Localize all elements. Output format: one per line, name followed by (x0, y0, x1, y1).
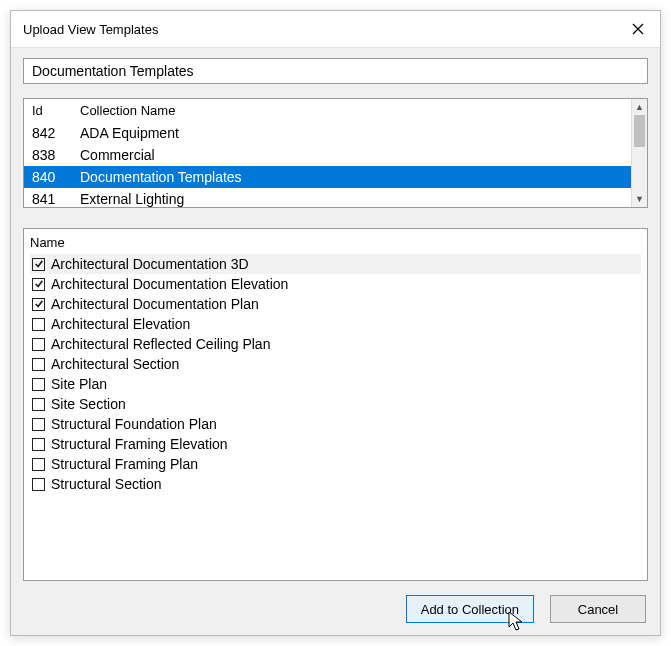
list-item-label: Site Section (51, 394, 126, 414)
table-row[interactable]: 838Commercial (24, 144, 631, 166)
list-item-label: Architectural Reflected Ceiling Plan (51, 334, 270, 354)
cell-id: 838 (24, 145, 80, 165)
checkbox[interactable] (32, 478, 45, 491)
list-item-label: Site Plan (51, 374, 107, 394)
checkbox[interactable] (32, 258, 45, 271)
list-item[interactable]: Structural Section (30, 474, 641, 494)
list-item-label: Architectural Section (51, 354, 179, 374)
checkbox[interactable] (32, 278, 45, 291)
dialog-content: Id Collection Name 842ADA Equipment838Co… (11, 48, 660, 635)
list-item-label: Structural Section (51, 474, 162, 494)
close-button[interactable] (628, 19, 648, 39)
table-row[interactable]: 841External Lighting (24, 188, 631, 207)
dialog-window: Upload View Templates Id Collection Name… (10, 10, 661, 636)
list-item[interactable]: Structural Framing Elevation (30, 434, 641, 454)
checkbox[interactable] (32, 458, 45, 471)
dialog-title: Upload View Templates (23, 22, 158, 37)
collection-scrollbar[interactable]: ▲ ▼ (631, 99, 647, 207)
checkbox[interactable] (32, 318, 45, 331)
add-to-collection-button[interactable]: Add to Collection (406, 595, 534, 623)
checkbox[interactable] (32, 338, 45, 351)
list-item[interactable]: Architectural Section (30, 354, 641, 374)
list-item-label: Structural Framing Elevation (51, 434, 228, 454)
titlebar: Upload View Templates (11, 11, 660, 48)
list-item[interactable]: Architectural Elevation (30, 314, 641, 334)
table-row[interactable]: 840Documentation Templates (24, 166, 631, 188)
cell-collection-name: Commercial (80, 145, 631, 165)
list-item-label: Architectural Documentation Elevation (51, 274, 288, 294)
checkbox[interactable] (32, 418, 45, 431)
cell-id: 842 (24, 123, 80, 143)
list-item[interactable]: Architectural Documentation 3D (30, 254, 641, 274)
list-item[interactable]: Site Section (30, 394, 641, 414)
cancel-button[interactable]: Cancel (550, 595, 646, 623)
checkbox[interactable] (32, 358, 45, 371)
collection-table-header: Id Collection Name (24, 99, 631, 122)
scroll-down-icon[interactable]: ▼ (632, 191, 647, 207)
list-item[interactable]: Architectural Documentation Plan (30, 294, 641, 314)
checkbox[interactable] (32, 438, 45, 451)
checkbox[interactable] (32, 398, 45, 411)
list-item[interactable]: Architectural Reflected Ceiling Plan (30, 334, 641, 354)
list-item[interactable]: Architectural Documentation Elevation (30, 274, 641, 294)
collection-table-body: Id Collection Name 842ADA Equipment838Co… (24, 99, 631, 207)
list-item[interactable]: Structural Foundation Plan (30, 414, 641, 434)
list-item[interactable]: Structural Framing Plan (30, 454, 641, 474)
list-item-label: Structural Framing Plan (51, 454, 198, 474)
scroll-thumb[interactable] (634, 115, 645, 147)
list-item[interactable]: Site Plan (30, 374, 641, 394)
list-item-label: Architectural Elevation (51, 314, 190, 334)
list-item-label: Architectural Documentation Plan (51, 294, 259, 314)
list-item-label: Architectural Documentation 3D (51, 254, 249, 274)
dialog-buttons: Add to Collection Cancel (23, 581, 648, 623)
header-id: Id (24, 103, 80, 118)
list-item-label: Structural Foundation Plan (51, 414, 217, 434)
header-collection-name: Collection Name (80, 103, 631, 118)
cell-collection-name: External Lighting (80, 189, 631, 207)
cell-id: 840 (24, 167, 80, 187)
search-input[interactable] (23, 58, 648, 84)
cell-collection-name: Documentation Templates (80, 167, 631, 187)
cell-id: 841 (24, 189, 80, 207)
close-icon (632, 23, 644, 35)
cell-collection-name: ADA Equipment (80, 123, 631, 143)
checkbox[interactable] (32, 378, 45, 391)
scroll-up-icon[interactable]: ▲ (632, 99, 647, 115)
templates-header: Name (30, 231, 641, 254)
templates-panel: Name Architectural Documentation 3DArchi… (23, 228, 648, 581)
checkbox[interactable] (32, 298, 45, 311)
table-row[interactable]: 842ADA Equipment (24, 122, 631, 144)
collection-table: Id Collection Name 842ADA Equipment838Co… (23, 98, 648, 208)
